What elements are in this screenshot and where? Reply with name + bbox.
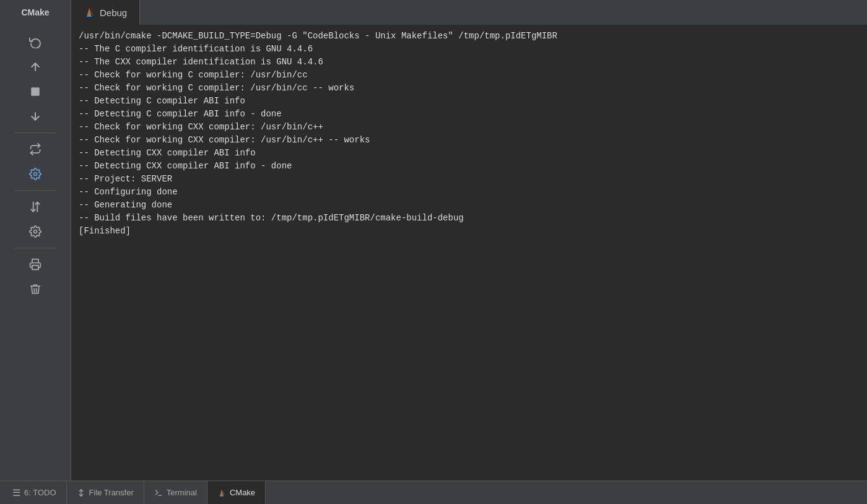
todo-tab[interactable]: ☰ 6: TODO <box>2 481 67 504</box>
up-button[interactable] <box>23 56 48 78</box>
title-bar-cmake-label: CMake <box>21 7 49 17</box>
output-line: /usr/bin/cmake -DCMAKE_BUILD_TYPE=Debug … <box>79 30 860 43</box>
output-line: -- The CXX compiler identification is GN… <box>79 56 860 69</box>
settings-button[interactable] <box>23 163 48 185</box>
title-bar-left: CMake <box>0 0 71 25</box>
delete-button[interactable] <box>23 278 48 300</box>
output-line: -- Detecting CXX compiler ABI info - don… <box>79 160 860 173</box>
output-line: -- Generating done <box>79 199 860 212</box>
refresh-button[interactable] <box>23 31 48 53</box>
down-button[interactable] <box>23 105 48 128</box>
terminal-tab-label: Terminal <box>167 488 197 497</box>
output-line: -- Check for working C compiler: /usr/bi… <box>79 69 860 82</box>
output-line: -- Check for working CXX compiler: /usr/… <box>79 121 860 134</box>
output-line: -- Build files have been written to: /tm… <box>79 212 860 225</box>
down-arrow-icon <box>29 110 41 123</box>
output-line: -- Check for working C compiler: /usr/bi… <box>79 82 860 95</box>
output-line: -- Check for working CXX compiler: /usr/… <box>79 134 860 147</box>
stop-icon <box>30 86 41 97</box>
todo-tab-icon: ☰ <box>12 487 20 498</box>
cmake-triangle-icon <box>84 7 95 18</box>
file-transfer-icon <box>77 489 85 497</box>
title-bar-tab-label: Debug <box>100 7 127 18</box>
cmake-tab-icon <box>217 489 226 497</box>
file-transfer-tab[interactable]: File Transfer <box>67 481 144 504</box>
svg-rect-5 <box>31 87 40 96</box>
wrap-lines-button[interactable] <box>23 138 48 160</box>
refresh-icon <box>29 36 41 48</box>
cmake-tab[interactable]: CMake <box>207 481 266 504</box>
output-area: /usr/bin/cmake -DCMAKE_BUILD_TYPE=Debug … <box>71 25 867 480</box>
output-line: -- Project: SERVER <box>79 173 860 186</box>
svg-point-7 <box>34 173 37 176</box>
settings-icon <box>29 168 41 180</box>
tab-bar: ☰ 6: TODO File Transfer Terminal CMake <box>0 480 867 504</box>
gear-button[interactable] <box>23 220 48 243</box>
svg-point-10 <box>34 230 37 233</box>
up-arrow-icon <box>29 61 41 73</box>
gear-icon <box>29 225 41 238</box>
output-line: -- Detecting C compiler ABI info - done <box>79 108 860 121</box>
main-area: /usr/bin/cmake -DCMAKE_BUILD_TYPE=Debug … <box>0 25 867 480</box>
sidebar <box>0 25 71 480</box>
sidebar-divider-3 <box>14 248 56 248</box>
file-transfer-tab-label: File Transfer <box>89 488 134 497</box>
terminal-icon <box>154 489 163 497</box>
output-line: -- Detecting CXX compiler ABI info <box>79 147 860 160</box>
output-line: [Finished] <box>79 225 860 238</box>
print-button[interactable] <box>23 253 48 276</box>
output-line: -- Configuring done <box>79 186 860 199</box>
terminal-tab[interactable]: Terminal <box>144 481 207 504</box>
title-bar-tab: Debug <box>71 0 140 25</box>
sort-icon <box>29 201 41 213</box>
print-icon <box>29 258 41 271</box>
sidebar-divider-2 <box>14 190 56 191</box>
sidebar-divider-1 <box>14 133 56 133</box>
trash-icon <box>29 283 41 295</box>
output-line: -- The C compiler identification is GNU … <box>79 43 860 56</box>
output-line: -- Detecting C compiler ABI info <box>79 95 860 108</box>
svg-rect-11 <box>32 266 38 270</box>
sort-button[interactable] <box>23 196 48 218</box>
cmake-tab-label: CMake <box>230 488 255 497</box>
wrap-lines-icon <box>29 143 41 155</box>
title-bar: CMake Debug <box>0 0 867 25</box>
todo-tab-label: 6: TODO <box>24 488 56 497</box>
stop-button[interactable] <box>23 80 48 103</box>
